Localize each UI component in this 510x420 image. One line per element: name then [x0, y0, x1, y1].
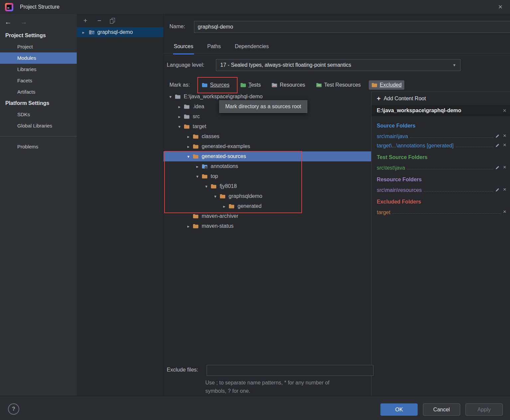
- folder-icon: [192, 223, 199, 229]
- chevron-right-icon[interactable]: ▸: [176, 114, 183, 119]
- remove-content-root-icon[interactable]: ×: [503, 107, 506, 114]
- exclude-files-input[interactable]: [207, 365, 373, 376]
- module-folder-icon: [88, 30, 95, 35]
- tree-node-label: generated: [238, 203, 261, 209]
- remove-icon[interactable]: ×: [503, 132, 506, 139]
- mark-as-sources-button[interactable]: Sources: [199, 80, 232, 90]
- name-input[interactable]: [194, 21, 510, 33]
- tree-row-top[interactable]: ▾top: [163, 171, 371, 181]
- tab-sources[interactable]: Sources: [173, 42, 194, 53]
- dotted-leader: [407, 169, 493, 169]
- module-row-graphsql-demo[interactable]: ▸ graphsql-demo: [77, 27, 163, 37]
- directory-tree: ▾E:\java_workspace\graphql-demo▸.idea▸sr…: [163, 92, 371, 396]
- mark-as-test-resources-button[interactable]: Test Resources: [313, 80, 363, 90]
- chevron-right-icon[interactable]: ▸: [185, 224, 192, 229]
- content-root-header[interactable]: E:\java_workspace\graphql-demo ×: [371, 105, 510, 116]
- tree-row-maven-archiver[interactable]: maven-archiver: [163, 211, 371, 221]
- edit-icon[interactable]: [495, 165, 500, 170]
- chevron-down-icon: ▼: [453, 63, 456, 67]
- tree-row-maven-status[interactable]: ▸maven-status: [163, 221, 371, 231]
- name-label: Name:: [169, 24, 185, 30]
- intellij-logo-icon: [5, 3, 13, 11]
- chevron-right-icon[interactable]: ▸: [185, 144, 192, 149]
- sidebar-item-problems[interactable]: Problems: [0, 141, 77, 152]
- mark-as-button-label: Excluded: [380, 82, 402, 88]
- tree-row-classes[interactable]: ▸classes: [163, 131, 371, 141]
- sidebar-item-sdks[interactable]: SDKs: [0, 109, 77, 120]
- tree-node-label: annotations: [211, 163, 238, 169]
- apply-button[interactable]: Apply: [465, 403, 503, 416]
- add-content-root-label: Add Content Root: [384, 96, 426, 102]
- tab-paths[interactable]: Paths: [207, 42, 222, 53]
- folder-item-src-main-java: src\main\java×: [377, 130, 506, 139]
- chevron-right-icon[interactable]: ▸: [176, 104, 183, 109]
- content-root-panel: + Add Content Root E:\java_workspace\gra…: [371, 92, 510, 396]
- chevron-down-icon[interactable]: ▾: [176, 124, 183, 129]
- mark-as-tests-button[interactable]: Tests: [238, 80, 263, 90]
- mark-as-button-label: Sources: [210, 82, 230, 88]
- window-title: Project Structure: [20, 4, 59, 10]
- chevron-down-icon[interactable]: ▾: [194, 174, 201, 179]
- folder-icon: [192, 154, 199, 159]
- content-root-path: E:\java_workspace\graphql-demo: [377, 108, 461, 114]
- tests-folder-icon: [240, 82, 246, 88]
- copy-module-icon[interactable]: [110, 18, 115, 24]
- tab-bar: SourcesPathsDependencies: [173, 42, 269, 53]
- mark-as-button-label: Test Resources: [324, 82, 361, 88]
- folder-sections: Source Folderssrc\main\java×target\...\a…: [371, 116, 510, 215]
- tree-row-src[interactable]: ▸src: [163, 112, 371, 122]
- tree-row-generated-sources[interactable]: ▾generated-sources: [163, 151, 371, 161]
- chevron-right-icon[interactable]: ▸: [81, 30, 86, 35]
- folder-icon: [201, 174, 208, 179]
- add-content-root-button[interactable]: + Add Content Root: [371, 92, 510, 105]
- remove-icon[interactable]: ×: [503, 186, 506, 193]
- dotted-leader: [392, 213, 501, 214]
- module-name: graphsql-demo: [97, 29, 133, 35]
- tree-node-label: fjy8018: [220, 183, 237, 189]
- dotted-leader: [456, 147, 493, 147]
- tree-row-generated-examples[interactable]: ▸generated-examples: [163, 141, 371, 151]
- sidebar-item-artifacts[interactable]: Artifacts: [0, 86, 77, 98]
- remove-icon[interactable]: ×: [503, 142, 506, 148]
- tree-row-target[interactable]: ▾target: [163, 122, 371, 131]
- mark-as-excluded-button[interactable]: Excluded: [369, 80, 404, 90]
- sidebar-item-libraries[interactable]: Libraries: [0, 64, 77, 75]
- chevron-down-icon[interactable]: ▾: [167, 94, 174, 99]
- help-icon[interactable]: ?: [8, 403, 19, 415]
- remove-icon[interactable]: ×: [503, 209, 506, 215]
- chevron-right-icon[interactable]: ▸: [221, 204, 228, 209]
- module-toolbar: + −: [77, 14, 163, 27]
- chevron-down-icon[interactable]: ▾: [203, 184, 210, 189]
- mark-as-buttons: SourcesTestsResourcesTest ResourcesExclu…: [199, 79, 404, 91]
- mark-as-resources-button[interactable]: Resources: [269, 80, 308, 90]
- tree-row-generated[interactable]: ▸generated: [163, 201, 371, 211]
- forward-icon[interactable]: →: [20, 18, 27, 26]
- chevron-right-icon[interactable]: ▸: [194, 164, 201, 169]
- language-level-dropdown[interactable]: 17 - Sealed types, always-strict floatin…: [216, 59, 460, 71]
- tab-dependencies[interactable]: Dependencies: [234, 42, 269, 53]
- edit-icon[interactable]: [495, 143, 500, 148]
- language-level-value: 17 - Sealed types, always-strict floatin…: [220, 62, 351, 68]
- remove-icon[interactable]: ×: [503, 164, 506, 171]
- folder-path: target\...\annotations [generated]: [377, 143, 454, 149]
- edit-icon[interactable]: [495, 188, 500, 192]
- tree-row-graphsqldemo[interactable]: ▾graphsqldemo: [163, 191, 371, 201]
- tree-row-fjy8018[interactable]: ▾fjy8018: [163, 181, 371, 191]
- sidebar-item-facets[interactable]: Facets: [0, 75, 77, 86]
- back-icon[interactable]: ←: [5, 18, 12, 26]
- chevron-right-icon[interactable]: ▸: [185, 134, 192, 139]
- edit-icon[interactable]: [495, 134, 500, 138]
- remove-module-icon[interactable]: −: [96, 17, 103, 24]
- ok-button[interactable]: OK: [380, 403, 418, 416]
- sidebar-item-project[interactable]: Project: [0, 41, 77, 52]
- folder-item-target-annotations-generated: target\...\annotations [generated]×: [377, 139, 506, 149]
- cancel-button[interactable]: Cancel: [423, 403, 460, 416]
- sidebar-item-modules[interactable]: Modules: [0, 52, 77, 64]
- add-module-icon[interactable]: +: [82, 17, 89, 24]
- chevron-down-icon[interactable]: ▾: [212, 194, 219, 199]
- tree-node-label: generated-sources: [202, 153, 246, 159]
- close-icon[interactable]: ×: [495, 2, 505, 12]
- sidebar-item-global-libraries[interactable]: Global Libraries: [0, 120, 77, 131]
- tree-row-annotations[interactable]: ▸annotations: [163, 161, 371, 171]
- chevron-down-icon[interactable]: ▾: [185, 154, 192, 159]
